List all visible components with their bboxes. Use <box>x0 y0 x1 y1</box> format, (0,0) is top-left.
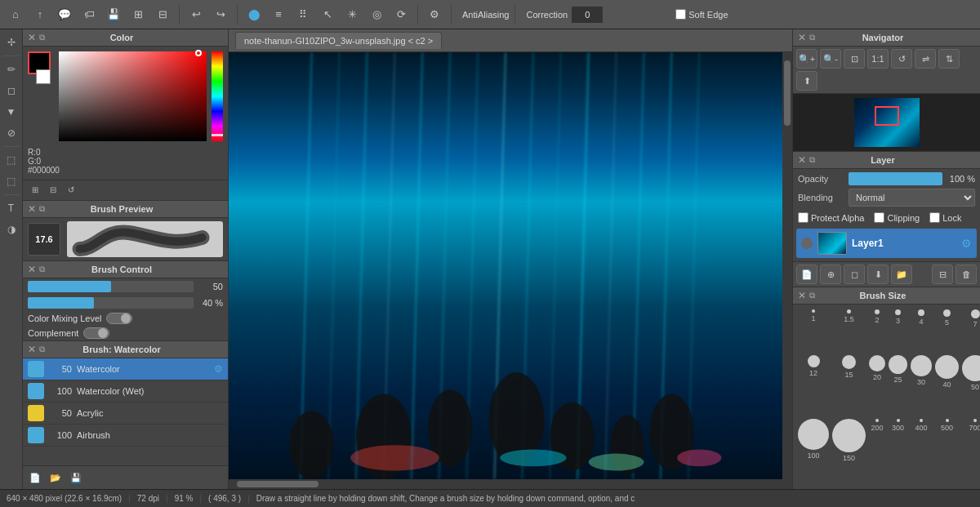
brush-size-item[interactable]: 3 <box>889 309 907 352</box>
opacity-slider[interactable] <box>28 297 194 309</box>
tool-move[interactable]: ✢ <box>2 33 21 52</box>
layer-mask-btn[interactable]: ◻ <box>844 265 865 284</box>
hue-bar[interactable] <box>212 51 223 141</box>
color-icon3[interactable]: ↺ <box>64 182 78 197</box>
toolbar-icon-circle[interactable]: ◎ <box>366 4 387 25</box>
tool-text[interactable]: T <box>2 198 21 218</box>
h-scrollbar[interactable] <box>229 479 782 489</box>
layer-copy-btn[interactable]: ⊕ <box>820 265 841 284</box>
tool-fill[interactable]: ▼ <box>2 102 21 122</box>
brush-size-item[interactable]: 7 <box>962 309 980 352</box>
nav-actual[interactable]: 1:1 <box>867 49 889 69</box>
brush-list-detach[interactable]: ⧉ <box>39 345 45 354</box>
color-panel-detach[interactable]: ⧉ <box>39 33 45 42</box>
brush-list-close[interactable]: ✕ <box>28 344 36 355</box>
bottom-icon-folder[interactable]: 📂 <box>47 469 65 487</box>
layer-copy2-btn[interactable]: ⊟ <box>932 265 953 284</box>
tool-pencil[interactable]: ✏ <box>2 60 21 79</box>
brush-size-item[interactable]: 700 <box>962 419 980 484</box>
nav-flip-v[interactable]: ⇅ <box>938 49 960 69</box>
v-scrollbar[interactable] <box>782 52 792 489</box>
navigator-close[interactable]: ✕ <box>798 32 806 43</box>
toolbar-icon-lines[interactable]: ≡ <box>268 4 289 25</box>
brush-control-detach[interactable]: ⧉ <box>39 265 45 274</box>
toolbar-icon-cursor[interactable]: ↖ <box>317 4 338 25</box>
toolbar-icon-brush[interactable]: ⬤ <box>243 4 265 25</box>
tool-eyedrop[interactable]: ⊘ <box>2 123 21 143</box>
brush-size-item[interactable]: 100 <box>798 419 829 484</box>
soft-edge-checkbox-label[interactable]: Soft Edge <box>675 9 728 20</box>
toolbar-icon-speech[interactable]: 💬 <box>54 4 75 25</box>
bottom-icon-save2[interactable]: 💾 <box>67 469 85 487</box>
nav-zoom-out[interactable]: 🔍- <box>820 49 841 69</box>
toolbar-icon-grid1[interactable]: ⊞ <box>127 4 149 25</box>
opacity-bar[interactable] <box>849 172 942 185</box>
brush-size-item[interactable]: 20 <box>869 355 885 416</box>
complement-thumb[interactable] <box>83 327 109 339</box>
layer-add-btn[interactable]: 📄 <box>796 265 817 284</box>
color-panel-close[interactable]: ✕ <box>28 32 36 43</box>
color-icon1[interactable]: ⊞ <box>28 182 42 197</box>
toolbar-icon-settings[interactable]: ⚙ <box>424 4 445 25</box>
h-scroll-thumb[interactable] <box>237 481 318 487</box>
brush-size-item[interactable]: 300 <box>889 419 907 484</box>
toolbar-icon-star[interactable]: ✳ <box>341 4 363 25</box>
brush-size-item[interactable]: 150 <box>832 419 866 484</box>
toolbar-icon-upload[interactable]: ↑ <box>29 4 51 25</box>
toolbar-icon-undo[interactable]: ↩ <box>185 4 207 25</box>
brush-item[interactable]: 100 Watercolor (Wet) <box>23 380 228 402</box>
brush-size-close[interactable]: ✕ <box>798 290 806 301</box>
blending-select[interactable]: Normal <box>849 189 975 207</box>
brush-size-item[interactable]: 500 <box>935 419 959 484</box>
soft-edge-checkbox[interactable] <box>675 9 686 20</box>
toolbar-icon-redo[interactable]: ↪ <box>210 4 231 25</box>
clipping-checkbox[interactable] <box>874 212 884 223</box>
brush-size-item[interactable]: 1 <box>798 309 829 352</box>
brush-size-item[interactable]: 4 <box>911 309 932 352</box>
canvas-image-area[interactable] <box>229 52 782 479</box>
lock-checkbox[interactable] <box>929 212 940 223</box>
gradient-main[interactable] <box>59 51 207 141</box>
layer-delete-btn[interactable]: 🗑 <box>956 265 977 284</box>
tool-select-free[interactable]: ⬚ <box>2 171 21 191</box>
brush-item[interactable]: 50 Acrylic <box>23 402 228 425</box>
mixing-level-thumb[interactable] <box>106 313 132 324</box>
tool-select-rect[interactable]: ⬚ <box>2 150 21 170</box>
protect-alpha-label[interactable]: Protect Alpha <box>798 212 864 223</box>
layer-gear-icon[interactable]: ⚙ <box>961 237 972 250</box>
brush-size-detach[interactable]: ⧉ <box>809 291 815 300</box>
brush-size-item[interactable]: 12 <box>798 355 829 416</box>
correction-input[interactable] <box>571 6 604 24</box>
tool-eraser[interactable]: ◻ <box>2 81 21 100</box>
nav-zoom-in[interactable]: 🔍+ <box>796 49 817 69</box>
toolbar-icon-home[interactable]: ⌂ <box>5 4 26 25</box>
brush-preview-close[interactable]: ✕ <box>28 203 36 215</box>
toolbar-icon-grid2[interactable]: ⊟ <box>152 4 173 25</box>
brush-control-close[interactable]: ✕ <box>28 264 36 275</box>
color-icon2[interactable]: ⊟ <box>46 182 60 197</box>
layer-merge-btn[interactable]: ⬇ <box>867 265 889 284</box>
toolbar-icon-tag[interactable]: 🏷 <box>78 4 100 25</box>
size-slider[interactable] <box>28 281 194 292</box>
brush-size-item[interactable]: 400 <box>911 419 932 484</box>
bottom-icon-new[interactable]: 📄 <box>26 469 44 487</box>
layer-visibility-dot[interactable] <box>801 238 813 249</box>
canvas-tab[interactable]: note-thanun-GI10ZIPO_3w-unsplash.jpg < c… <box>235 32 442 49</box>
toolbar-icon-dotgrid[interactable]: ⠿ <box>292 4 314 25</box>
nav-fit[interactable]: ⊡ <box>844 49 865 69</box>
brush-size-item[interactable]: 15 <box>832 355 866 416</box>
protect-alpha-checkbox[interactable] <box>798 212 808 223</box>
brush-item[interactable]: 50 Watercolor ⚙ <box>23 358 228 380</box>
toolbar-icon-save[interactable]: 💾 <box>103 4 124 25</box>
navigator-detach[interactable]: ⧉ <box>809 33 815 42</box>
brush-size-item[interactable]: 50 <box>962 355 980 416</box>
brush-size-item[interactable]: 40 <box>935 355 959 416</box>
background-swatch[interactable] <box>36 69 51 84</box>
brush-preview-detach[interactable]: ⧉ <box>39 204 45 214</box>
brush-size-item[interactable]: 2 <box>869 309 885 352</box>
nav-flip-h[interactable]: ⇌ <box>915 49 936 69</box>
clipping-label[interactable]: Clipping <box>874 212 920 223</box>
layer-panel-detach[interactable]: ⧉ <box>809 155 815 165</box>
gradient-box[interactable] <box>59 51 207 141</box>
nav-rotate-ccw[interactable]: ↺ <box>891 49 912 69</box>
